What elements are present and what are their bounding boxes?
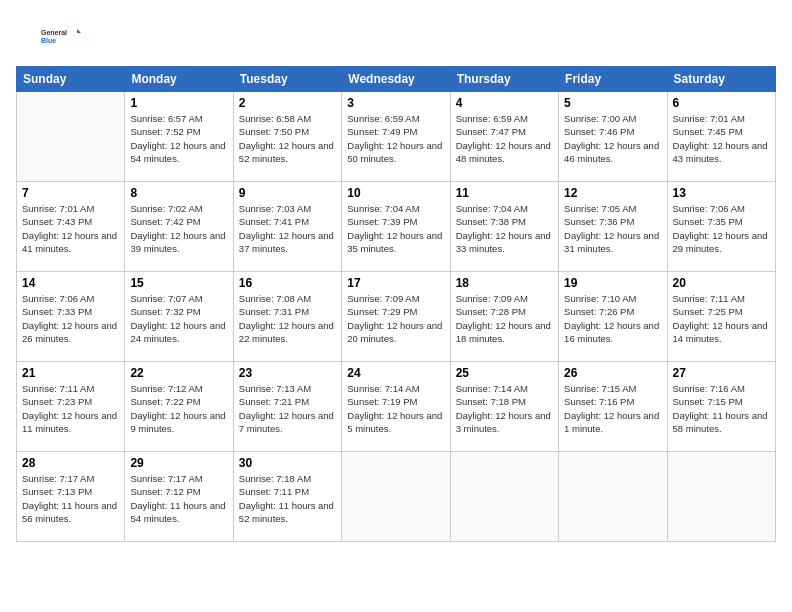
day-info: Sunrise: 7:09 AMSunset: 7:29 PMDaylight:…	[347, 292, 444, 345]
day-info: Sunrise: 7:11 AMSunset: 7:23 PMDaylight:…	[22, 382, 119, 435]
day-info: Sunrise: 7:04 AMSunset: 7:38 PMDaylight:…	[456, 202, 553, 255]
header-cell-monday: Monday	[125, 67, 233, 92]
header-row: SundayMondayTuesdayWednesdayThursdayFrid…	[17, 67, 776, 92]
day-number: 20	[673, 276, 770, 290]
header-cell-tuesday: Tuesday	[233, 67, 341, 92]
calendar-cell	[342, 452, 450, 542]
logo: General Blue	[16, 16, 106, 56]
calendar-cell: 9Sunrise: 7:03 AMSunset: 7:41 PMDaylight…	[233, 182, 341, 272]
day-info: Sunrise: 7:01 AMSunset: 7:45 PMDaylight:…	[673, 112, 770, 165]
day-number: 13	[673, 186, 770, 200]
day-info: Sunrise: 7:08 AMSunset: 7:31 PMDaylight:…	[239, 292, 336, 345]
day-number: 22	[130, 366, 227, 380]
day-number: 9	[239, 186, 336, 200]
svg-text:Blue: Blue	[41, 37, 56, 44]
day-number: 15	[130, 276, 227, 290]
calendar-cell: 23Sunrise: 7:13 AMSunset: 7:21 PMDayligh…	[233, 362, 341, 452]
day-number: 3	[347, 96, 444, 110]
day-number: 27	[673, 366, 770, 380]
calendar-cell: 2Sunrise: 6:58 AMSunset: 7:50 PMDaylight…	[233, 92, 341, 182]
header-cell-sunday: Sunday	[17, 67, 125, 92]
day-number: 30	[239, 456, 336, 470]
day-info: Sunrise: 7:13 AMSunset: 7:21 PMDaylight:…	[239, 382, 336, 435]
day-number: 17	[347, 276, 444, 290]
day-info: Sunrise: 7:04 AMSunset: 7:39 PMDaylight:…	[347, 202, 444, 255]
calendar-cell	[559, 452, 667, 542]
day-number: 12	[564, 186, 661, 200]
day-number: 28	[22, 456, 119, 470]
day-info: Sunrise: 7:06 AMSunset: 7:33 PMDaylight:…	[22, 292, 119, 345]
calendar-cell: 6Sunrise: 7:01 AMSunset: 7:45 PMDaylight…	[667, 92, 775, 182]
calendar-cell: 26Sunrise: 7:15 AMSunset: 7:16 PMDayligh…	[559, 362, 667, 452]
day-info: Sunrise: 7:17 AMSunset: 7:12 PMDaylight:…	[130, 472, 227, 525]
day-number: 5	[564, 96, 661, 110]
calendar-cell: 14Sunrise: 7:06 AMSunset: 7:33 PMDayligh…	[17, 272, 125, 362]
day-info: Sunrise: 7:11 AMSunset: 7:25 PMDaylight:…	[673, 292, 770, 345]
calendar-cell: 22Sunrise: 7:12 AMSunset: 7:22 PMDayligh…	[125, 362, 233, 452]
calendar-header: SundayMondayTuesdayWednesdayThursdayFrid…	[17, 67, 776, 92]
calendar-cell: 27Sunrise: 7:16 AMSunset: 7:15 PMDayligh…	[667, 362, 775, 452]
day-number: 2	[239, 96, 336, 110]
day-info: Sunrise: 7:14 AMSunset: 7:18 PMDaylight:…	[456, 382, 553, 435]
day-info: Sunrise: 7:03 AMSunset: 7:41 PMDaylight:…	[239, 202, 336, 255]
week-row-3: 14Sunrise: 7:06 AMSunset: 7:33 PMDayligh…	[17, 272, 776, 362]
day-info: Sunrise: 6:57 AMSunset: 7:52 PMDaylight:…	[130, 112, 227, 165]
calendar-cell: 13Sunrise: 7:06 AMSunset: 7:35 PMDayligh…	[667, 182, 775, 272]
calendar-cell: 18Sunrise: 7:09 AMSunset: 7:28 PMDayligh…	[450, 272, 558, 362]
day-number: 7	[22, 186, 119, 200]
calendar-cell	[450, 452, 558, 542]
logo-icon: General Blue	[16, 16, 106, 56]
day-info: Sunrise: 7:10 AMSunset: 7:26 PMDaylight:…	[564, 292, 661, 345]
calendar-cell: 3Sunrise: 6:59 AMSunset: 7:49 PMDaylight…	[342, 92, 450, 182]
day-number: 26	[564, 366, 661, 380]
day-number: 1	[130, 96, 227, 110]
day-info: Sunrise: 7:01 AMSunset: 7:43 PMDaylight:…	[22, 202, 119, 255]
calendar-cell: 7Sunrise: 7:01 AMSunset: 7:43 PMDaylight…	[17, 182, 125, 272]
page-header: General Blue	[16, 16, 776, 56]
day-info: Sunrise: 7:06 AMSunset: 7:35 PMDaylight:…	[673, 202, 770, 255]
calendar-cell: 10Sunrise: 7:04 AMSunset: 7:39 PMDayligh…	[342, 182, 450, 272]
calendar-cell: 21Sunrise: 7:11 AMSunset: 7:23 PMDayligh…	[17, 362, 125, 452]
calendar-cell: 8Sunrise: 7:02 AMSunset: 7:42 PMDaylight…	[125, 182, 233, 272]
week-row-2: 7Sunrise: 7:01 AMSunset: 7:43 PMDaylight…	[17, 182, 776, 272]
calendar-cell: 25Sunrise: 7:14 AMSunset: 7:18 PMDayligh…	[450, 362, 558, 452]
calendar-cell: 19Sunrise: 7:10 AMSunset: 7:26 PMDayligh…	[559, 272, 667, 362]
calendar-cell: 5Sunrise: 7:00 AMSunset: 7:46 PMDaylight…	[559, 92, 667, 182]
day-number: 4	[456, 96, 553, 110]
calendar-cell: 24Sunrise: 7:14 AMSunset: 7:19 PMDayligh…	[342, 362, 450, 452]
day-info: Sunrise: 6:59 AMSunset: 7:49 PMDaylight:…	[347, 112, 444, 165]
calendar-cell: 29Sunrise: 7:17 AMSunset: 7:12 PMDayligh…	[125, 452, 233, 542]
calendar-cell: 12Sunrise: 7:05 AMSunset: 7:36 PMDayligh…	[559, 182, 667, 272]
day-number: 18	[456, 276, 553, 290]
week-row-4: 21Sunrise: 7:11 AMSunset: 7:23 PMDayligh…	[17, 362, 776, 452]
calendar-cell	[667, 452, 775, 542]
day-info: Sunrise: 7:00 AMSunset: 7:46 PMDaylight:…	[564, 112, 661, 165]
day-number: 8	[130, 186, 227, 200]
calendar-cell: 17Sunrise: 7:09 AMSunset: 7:29 PMDayligh…	[342, 272, 450, 362]
day-number: 16	[239, 276, 336, 290]
calendar-cell: 28Sunrise: 7:17 AMSunset: 7:13 PMDayligh…	[17, 452, 125, 542]
calendar-cell: 1Sunrise: 6:57 AMSunset: 7:52 PMDaylight…	[125, 92, 233, 182]
header-cell-friday: Friday	[559, 67, 667, 92]
day-number: 6	[673, 96, 770, 110]
calendar-cell	[17, 92, 125, 182]
day-number: 25	[456, 366, 553, 380]
day-info: Sunrise: 7:02 AMSunset: 7:42 PMDaylight:…	[130, 202, 227, 255]
day-info: Sunrise: 7:14 AMSunset: 7:19 PMDaylight:…	[347, 382, 444, 435]
day-number: 29	[130, 456, 227, 470]
day-number: 23	[239, 366, 336, 380]
day-info: Sunrise: 7:05 AMSunset: 7:36 PMDaylight:…	[564, 202, 661, 255]
day-number: 19	[564, 276, 661, 290]
day-info: Sunrise: 7:16 AMSunset: 7:15 PMDaylight:…	[673, 382, 770, 435]
calendar-cell: 30Sunrise: 7:18 AMSunset: 7:11 PMDayligh…	[233, 452, 341, 542]
header-cell-saturday: Saturday	[667, 67, 775, 92]
day-number: 24	[347, 366, 444, 380]
day-number: 10	[347, 186, 444, 200]
calendar-cell: 11Sunrise: 7:04 AMSunset: 7:38 PMDayligh…	[450, 182, 558, 272]
day-info: Sunrise: 6:58 AMSunset: 7:50 PMDaylight:…	[239, 112, 336, 165]
day-info: Sunrise: 7:07 AMSunset: 7:32 PMDaylight:…	[130, 292, 227, 345]
svg-marker-2	[77, 29, 81, 33]
day-info: Sunrise: 7:12 AMSunset: 7:22 PMDaylight:…	[130, 382, 227, 435]
week-row-5: 28Sunrise: 7:17 AMSunset: 7:13 PMDayligh…	[17, 452, 776, 542]
header-cell-thursday: Thursday	[450, 67, 558, 92]
